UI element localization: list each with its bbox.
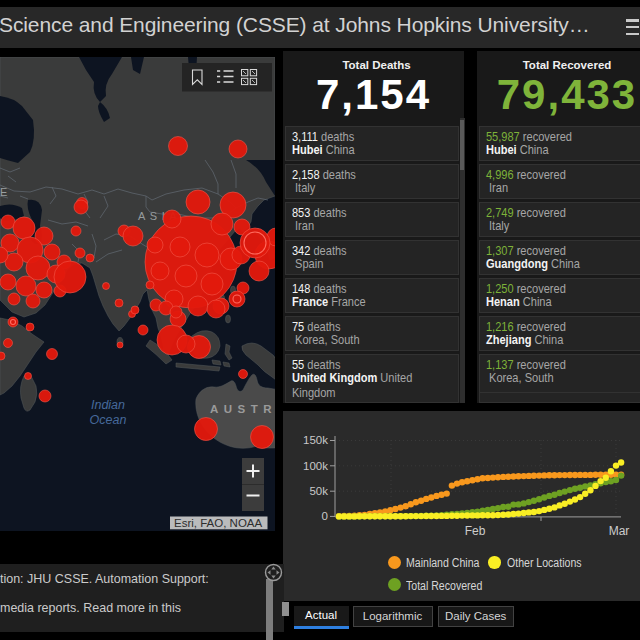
svg-text:Feb: Feb (465, 524, 486, 538)
svg-text:150k: 150k (303, 434, 328, 446)
svg-text:Ocean: Ocean (90, 413, 127, 427)
svg-text:0: 0 (322, 510, 328, 522)
svg-text:Mar: Mar (609, 524, 630, 538)
svg-text:E: E (0, 186, 7, 198)
svg-text:Indian: Indian (91, 398, 125, 412)
svg-text:Esri, FAO, NOAA: Esri, FAO, NOAA (174, 517, 263, 529)
svg-text:100k: 100k (303, 460, 328, 472)
svg-text:AUSTRAL: AUSTRAL (210, 403, 275, 415)
svg-text:50k: 50k (309, 485, 328, 497)
